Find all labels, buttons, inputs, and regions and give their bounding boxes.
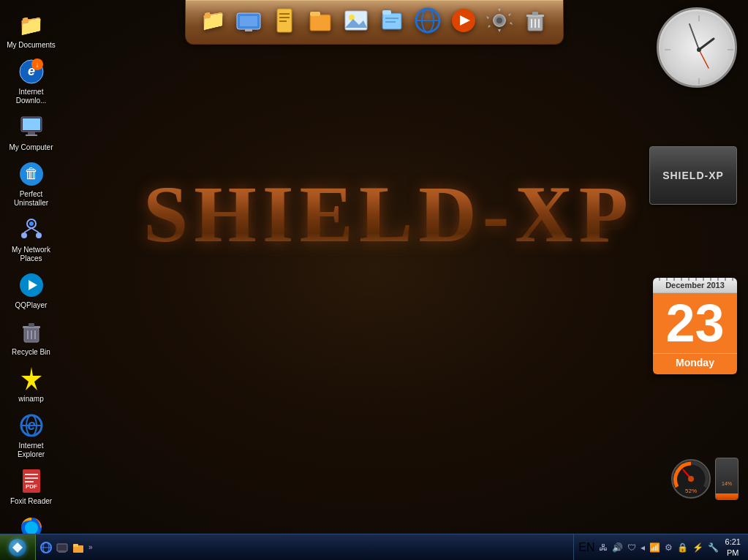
dock-icon-ie[interactable] — [412, 4, 445, 37]
svg-rect-6 — [28, 132, 35, 135]
clock-widget — [657, 7, 737, 88]
icon-qqplayer[interactable]: QQPlayer — [4, 268, 58, 313]
my-documents-icon: 📁 — [17, 10, 46, 39]
svg-rect-87 — [58, 551, 66, 553]
dock-icon-folder[interactable]: 📁 — [197, 4, 230, 37]
dock-icon-image[interactable] — [340, 4, 373, 37]
internet-download-label: Internet Downlo... — [7, 88, 56, 105]
svg-marker-24 — [21, 367, 42, 390]
icon-foxit-reader[interactable]: PDF Foxit Reader — [4, 463, 58, 509]
qqplayer-icon — [17, 270, 46, 300]
clock-time: 6:21 — [725, 537, 741, 546]
tray-arrow[interactable]: ◂ — [640, 542, 646, 553]
my-network-icon — [17, 215, 46, 244]
svg-text:PDF: PDF — [26, 483, 37, 490]
svg-rect-55 — [382, 10, 391, 15]
clock-period: PM — [727, 548, 739, 557]
winamp-icon — [17, 364, 46, 393]
cal-month-year: December 2013 — [653, 278, 737, 293]
svg-rect-46 — [279, 13, 290, 15]
tray-power-icon[interactable]: ⚡ — [692, 542, 704, 553]
taskbar-more-arrow[interactable]: » — [87, 543, 94, 551]
icon-recycle-bin[interactable]: Recycle Bin — [4, 314, 58, 360]
dock-icon-files[interactable] — [304, 4, 337, 37]
my-documents-label: My Documents — [7, 41, 56, 50]
my-network-label: My Network Places — [7, 246, 56, 263]
icon-winamp[interactable]: winamp — [4, 361, 58, 406]
tray-security-icon[interactable]: 🔒 — [676, 542, 689, 553]
start-button[interactable] — [0, 534, 36, 560]
ie-icon: e — [17, 411, 46, 440]
svg-text:🗑: 🗑 — [24, 165, 39, 181]
svg-rect-50 — [310, 12, 320, 16]
svg-rect-31 — [25, 477, 38, 479]
svg-rect-7 — [26, 135, 37, 136]
internet-download-icon: e ↓ — [17, 57, 46, 86]
shield-label-widget: SHIELD-XP — [649, 146, 737, 205]
shield-xp-logo: SHIELD-XP — [117, 168, 660, 261]
my-computer-label: My Computer — [9, 143, 53, 152]
cal-day-number: 23 — [653, 293, 737, 353]
dock-icon-settings[interactable] — [483, 4, 516, 37]
icon-internet-explorer[interactable]: e Internet Explorer — [4, 408, 58, 462]
dock-icon-media[interactable] — [447, 4, 480, 37]
svg-rect-5 — [23, 118, 40, 130]
tray-gear-icon[interactable]: 🔧 — [707, 542, 719, 553]
clock-face — [657, 7, 737, 88]
recycle-bin-label: Recycle Bin — [12, 348, 50, 357]
svg-point-78 — [697, 48, 701, 52]
tray-settings-icon[interactable]: ⚙ — [664, 542, 673, 553]
top-dock: 📁 — [185, 0, 564, 45]
tray-network-icon[interactable]: 🖧 — [598, 542, 608, 553]
taskbar-show-desktop-icon[interactable] — [55, 540, 69, 555]
ram-meter: 14% — [715, 458, 738, 500]
icon-internet-download[interactable]: e ↓ Internet Downlo... — [4, 54, 58, 108]
svg-point-15 — [29, 222, 34, 226]
icon-my-network-places[interactable]: My Network Places — [4, 212, 58, 266]
svg-rect-20 — [29, 323, 34, 327]
dock-icon-document[interactable] — [268, 4, 301, 37]
taskbar-ie-icon[interactable] — [39, 540, 53, 555]
taskbar-language: EN — [578, 541, 594, 554]
perfect-uninstaller-icon: 🗑 — [17, 159, 46, 189]
foxit-icon: PDF — [17, 466, 46, 496]
taskbar-folder-icon[interactable] — [71, 540, 86, 555]
winamp-label: winamp — [18, 395, 43, 404]
svg-line-14 — [31, 228, 39, 232]
icon-perfect-uninstaller[interactable]: 🗑 Perfect Uninstaller — [4, 156, 58, 211]
tray-network2-icon[interactable]: 📶 — [649, 542, 661, 553]
icon-my-computer[interactable]: My Computer — [4, 110, 58, 155]
desktop: SHIELD-XP 📁 My Documents e ↓ Internet Do… — [0, 0, 748, 534]
taskbar-quick-launch: » — [36, 540, 97, 555]
foxit-label: Foxit Reader — [10, 497, 52, 506]
system-meter-widget: 52% 14% — [668, 457, 741, 501]
dock-icon-network[interactable] — [233, 4, 265, 37]
svg-rect-48 — [279, 20, 287, 22]
tray-shield-icon[interactable]: 🛡 — [627, 542, 637, 553]
ie-label: Internet Explorer — [7, 442, 56, 459]
cpu-meter: 52% — [670, 458, 712, 500]
taskbar-clock[interactable]: 6:21 PM — [722, 537, 744, 558]
firefox-icon — [17, 513, 46, 534]
ram-fill — [716, 493, 738, 499]
dock-icon-trash[interactable] — [519, 4, 552, 37]
taskbar-system-tray: EN 🖧 🔊 🛡 ◂ 📶 ⚙ 🔒 ⚡ 🔧 6:21 PM — [573, 534, 748, 560]
desktop-icon-area: 📁 My Documents e ↓ Internet Downlo... — [0, 0, 62, 534]
svg-rect-56 — [385, 18, 398, 19]
svg-line-75 — [699, 39, 714, 50]
svg-rect-43 — [240, 16, 257, 26]
shield-label-text: SHIELD-XP — [662, 170, 724, 181]
icon-mozilla-firefox[interactable]: Mozilla Firefox — [4, 510, 58, 534]
tray-volume-icon[interactable]: 🔊 — [611, 542, 624, 553]
svg-rect-67 — [532, 12, 538, 15]
svg-rect-47 — [279, 17, 290, 18]
taskbar: » EN 🖧 🔊 🛡 ◂ 📶 ⚙ 🔒 ⚡ 🔧 6:21 PM — [0, 534, 748, 560]
ram-label: 14% — [716, 481, 738, 486]
cal-weekday: Monday — [653, 353, 737, 374]
dock-icon-files2[interactable] — [376, 4, 409, 37]
svg-rect-44 — [245, 29, 252, 31]
svg-text:e: e — [27, 417, 35, 433]
icon-my-documents[interactable]: 📁 My Documents — [4, 7, 58, 53]
my-computer-icon — [17, 113, 46, 142]
svg-point-11 — [21, 232, 27, 238]
